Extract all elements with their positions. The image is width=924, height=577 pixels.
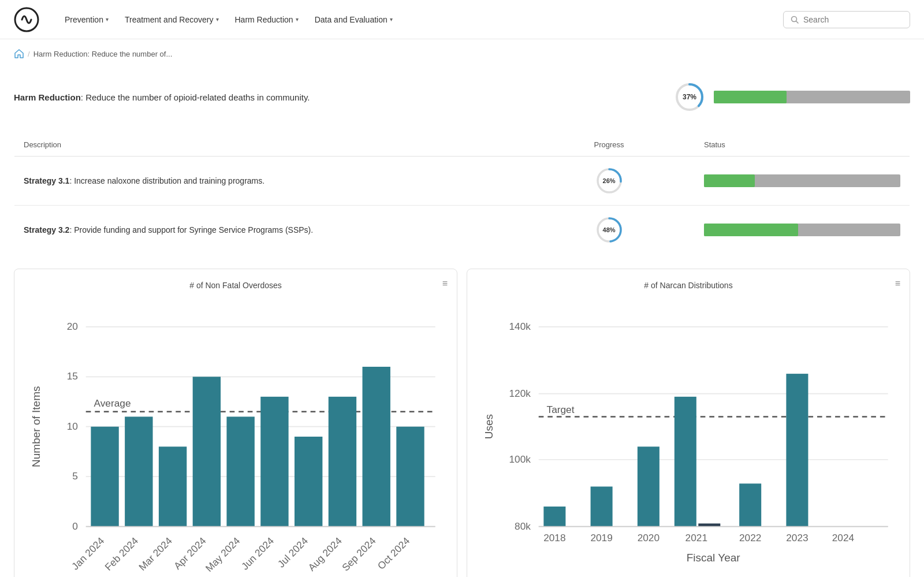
svg-text:2021: 2021 bbox=[685, 532, 707, 544]
strategy-progress-cell: 48% bbox=[523, 206, 695, 255]
bar-mar bbox=[159, 446, 187, 526]
col-header-description: Description bbox=[14, 133, 524, 157]
svg-text:Oct 2024: Oct 2024 bbox=[375, 535, 412, 572]
svg-text:Jul 2024: Jul 2024 bbox=[275, 535, 311, 570]
chart-narcan-distributions: # of Narcan Distributions ≡ 140k 120k 10… bbox=[467, 269, 910, 577]
svg-text:Aug 2024: Aug 2024 bbox=[305, 535, 344, 574]
strategy-status-cell bbox=[695, 157, 910, 206]
chart1-title: # of Non Fatal Overdoses bbox=[26, 281, 445, 290]
svg-line-2 bbox=[796, 21, 799, 23]
bar-apr bbox=[193, 377, 221, 526]
table-row: Strategy 3.2: Provide funding and suppor… bbox=[14, 206, 910, 255]
svg-text:100k: 100k bbox=[509, 453, 531, 465]
bar-sep bbox=[363, 367, 390, 527]
nav-item-data-evaluation[interactable]: Data and Evaluation ▾ bbox=[308, 10, 400, 29]
bar-2021-uses bbox=[675, 397, 696, 527]
svg-text:20: 20 bbox=[67, 321, 78, 332]
svg-text:Jun 2024: Jun 2024 bbox=[239, 535, 277, 572]
svg-text:Jan 2024: Jan 2024 bbox=[69, 535, 107, 572]
chart2-svg: 140k 120k 100k 80k Uses Target bbox=[479, 297, 898, 577]
strategy-status-cell bbox=[695, 206, 910, 255]
svg-text:Number of Items: Number of Items bbox=[30, 386, 42, 467]
bar-jul bbox=[295, 437, 322, 527]
bar-2019-uses bbox=[591, 486, 613, 526]
logo[interactable] bbox=[14, 7, 39, 32]
goal-header: Harm Reduction: Reduce the number of opi… bbox=[14, 73, 910, 121]
bar-feb bbox=[125, 416, 152, 526]
chevron-down-icon: ▾ bbox=[296, 16, 299, 23]
goal-circle-progress: 37% bbox=[675, 82, 705, 112]
search-input[interactable] bbox=[803, 15, 903, 24]
svg-text:2018: 2018 bbox=[543, 532, 565, 544]
svg-text:Feb 2024: Feb 2024 bbox=[102, 535, 140, 573]
strategy-progress-cell: 26% bbox=[523, 157, 695, 206]
search-box[interactable] bbox=[783, 11, 910, 28]
chart-non-fatal-overdoses: # of Non Fatal Overdoses ≡ 20 15 10 5 0 bbox=[14, 269, 457, 577]
svg-text:0: 0 bbox=[72, 520, 78, 532]
strategy-description: Strategy 3.2: Provide funding and suppor… bbox=[14, 206, 524, 255]
svg-text:120k: 120k bbox=[509, 388, 531, 399]
goal-progress-bar bbox=[714, 91, 910, 103]
svg-text:Mar 2024: Mar 2024 bbox=[136, 535, 174, 573]
table-row: Strategy 3.1: Increase naloxone distribu… bbox=[14, 157, 910, 206]
svg-text:140k: 140k bbox=[509, 321, 531, 332]
svg-text:Average: Average bbox=[94, 397, 131, 409]
svg-text:Fiscal Year: Fiscal Year bbox=[687, 552, 741, 564]
chart2-title: # of Narcan Distributions bbox=[479, 281, 898, 290]
bar-2022-uses bbox=[739, 483, 761, 526]
chart1-wrapper: 20 15 10 5 0 Number of Items Average bbox=[26, 297, 445, 577]
svg-text:10: 10 bbox=[67, 420, 78, 432]
strategy-progress-bar bbox=[704, 174, 900, 187]
nav-item-harm-reduction[interactable]: Harm Reduction ▾ bbox=[228, 10, 305, 29]
svg-text:2019: 2019 bbox=[590, 532, 612, 544]
strategy-circle-progress: 26% bbox=[594, 166, 624, 196]
strategy-description: Strategy 3.1: Increase naloxone distribu… bbox=[14, 157, 524, 206]
svg-text:15: 15 bbox=[67, 370, 78, 382]
bar-oct bbox=[396, 427, 424, 527]
nav-items: Prevention ▾ Treatment and Recovery ▾ Ha… bbox=[58, 10, 783, 29]
chevron-down-icon: ▾ bbox=[390, 16, 393, 23]
goal-title: Harm Reduction: Reduce the number of opi… bbox=[14, 92, 675, 102]
bar-2020-uses bbox=[638, 446, 660, 526]
chart1-svg: 20 15 10 5 0 Number of Items Average bbox=[26, 297, 445, 577]
chart2-menu-icon[interactable]: ≡ bbox=[895, 278, 900, 289]
main-content: Harm Reduction: Reduce the number of opi… bbox=[0, 68, 924, 577]
search-icon bbox=[791, 16, 799, 24]
goal-pct-label: 37% bbox=[683, 93, 696, 101]
navbar: Prevention ▾ Treatment and Recovery ▾ Ha… bbox=[0, 0, 924, 39]
chart2-wrapper: 140k 120k 100k 80k Uses Target bbox=[479, 297, 898, 577]
svg-text:2023: 2023 bbox=[786, 532, 808, 544]
strategy-progress-bar bbox=[704, 224, 900, 236]
chevron-down-icon: ▾ bbox=[106, 16, 109, 23]
col-header-progress: Progress bbox=[523, 133, 695, 157]
nav-item-prevention[interactable]: Prevention ▾ bbox=[58, 10, 116, 29]
chevron-down-icon: ▾ bbox=[216, 16, 219, 23]
svg-text:5: 5 bbox=[72, 470, 78, 482]
svg-text:2020: 2020 bbox=[638, 532, 660, 544]
svg-text:Uses: Uses bbox=[483, 414, 495, 439]
bar-aug bbox=[329, 397, 356, 527]
svg-text:Sep 2024: Sep 2024 bbox=[340, 535, 378, 574]
strategy-circle-progress: 48% bbox=[594, 215, 624, 245]
charts-section: # of Non Fatal Overdoses ≡ 20 15 10 5 0 bbox=[14, 269, 910, 577]
goal-progress-area: 37% bbox=[675, 82, 910, 112]
svg-text:2022: 2022 bbox=[739, 532, 761, 544]
col-header-status: Status bbox=[695, 133, 910, 157]
bar-may bbox=[226, 416, 254, 526]
nav-item-treatment[interactable]: Treatment and Recovery ▾ bbox=[118, 10, 226, 29]
svg-text:Target: Target bbox=[547, 404, 575, 415]
bar-2023-uses bbox=[786, 374, 808, 526]
svg-text:2024: 2024 bbox=[832, 532, 855, 544]
bar-jan bbox=[91, 427, 118, 527]
goal-progress-fill bbox=[714, 91, 787, 103]
breadcrumb: / Harm Reduction: Reduce the number of..… bbox=[0, 39, 924, 68]
chart1-menu-icon[interactable]: ≡ bbox=[442, 278, 448, 289]
bar-jun bbox=[260, 397, 288, 527]
svg-text:May 2024: May 2024 bbox=[203, 535, 243, 574]
home-icon[interactable] bbox=[14, 49, 24, 59]
strategy-table: Description Progress Status Strategy 3.1… bbox=[14, 133, 910, 255]
svg-text:80k: 80k bbox=[515, 520, 531, 532]
bar-2018-uses bbox=[543, 507, 565, 527]
